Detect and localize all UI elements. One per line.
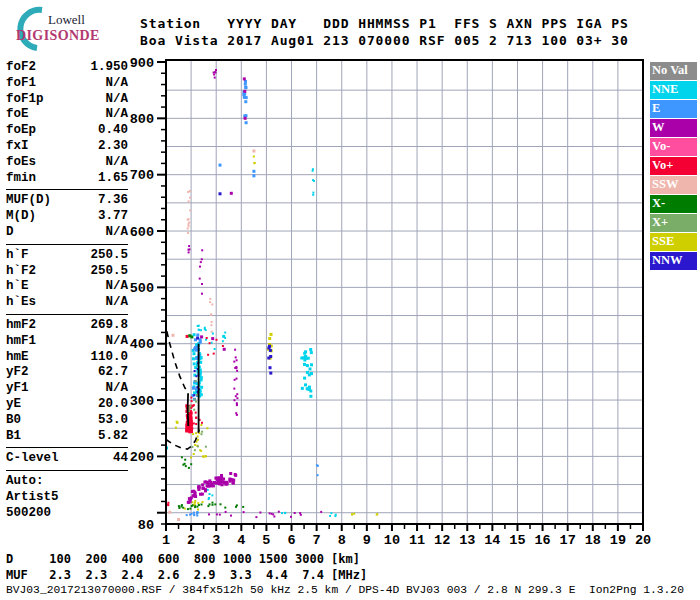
y-tick-label: 600 — [130, 225, 154, 240]
x-tick-label: 13 — [459, 533, 475, 548]
legend-item-sse: SSE — [650, 233, 697, 251]
y-tick-label: 700 — [130, 168, 154, 183]
legend-item-nnw: NNW — [650, 252, 697, 270]
echo-dots — [165, 69, 378, 521]
status-line: BVJ03_2017213070000.RSF / 384fx512h 50 k… — [6, 584, 684, 596]
ionogram-plot: 1234567891011121314151617181920900800700… — [0, 0, 700, 600]
x-tick-label: 2 — [187, 533, 195, 548]
x-tick-label: 4 — [237, 533, 245, 548]
x-tick-label: 5 — [262, 533, 270, 548]
legend-item-x: X- — [650, 195, 697, 213]
legend-label: E — [652, 101, 660, 116]
legend-label: X+ — [652, 215, 668, 230]
color-legend: No ValNNEEWVo-Vo+SSWX-X+SSENNW — [650, 62, 697, 271]
d-muf-table: D 100 200 400 600 800 1000 1500 3000 [km… — [6, 552, 367, 583]
legend-label: Vo+ — [652, 158, 673, 173]
legend-item-x: X+ — [650, 214, 697, 232]
x-tick-label: 19 — [610, 533, 626, 548]
x-tick-label: 15 — [509, 533, 525, 548]
x-tick-label: 14 — [484, 533, 500, 548]
legend-label: No Val — [652, 63, 688, 78]
x-tick-label: 17 — [560, 533, 576, 548]
y-tick-label: 80 — [138, 518, 154, 533]
plot-grid — [166, 60, 643, 524]
legend-item-ssw: SSW — [650, 176, 697, 194]
y-tick-label: 800 — [130, 112, 154, 127]
x-tick-label: 18 — [585, 533, 601, 548]
x-tick-label: 11 — [409, 533, 425, 548]
x-tick-label: 3 — [212, 533, 220, 548]
legend-label: NNW — [652, 253, 683, 268]
x-axis: 1234567891011121314151617181920 — [162, 524, 651, 548]
legend-label: Vo- — [652, 139, 670, 154]
legend-item-vo: Vo+ — [650, 157, 697, 175]
x-tick-label: 20 — [635, 533, 651, 548]
legend-label: SSE — [652, 234, 674, 249]
legend-item-w: W — [650, 119, 697, 137]
plot-border — [166, 60, 643, 524]
legend-label: X- — [652, 196, 665, 211]
x-tick-label: 9 — [363, 533, 371, 548]
legend-item-e: E — [650, 100, 697, 118]
y-tick-label: 300 — [130, 394, 154, 409]
legend-item-vo: Vo- — [650, 138, 697, 156]
legend-label: W — [652, 120, 665, 135]
legend-label: NNE — [652, 82, 678, 97]
y-tick-label: 900 — [130, 56, 154, 71]
x-tick-label: 7 — [313, 533, 321, 548]
x-tick-label: 10 — [384, 533, 400, 548]
legend-item-noval: No Val — [650, 62, 697, 80]
x-tick-label: 6 — [287, 533, 295, 548]
x-tick-label: 12 — [434, 533, 450, 548]
x-tick-label: 16 — [534, 533, 550, 548]
legend-label: SSW — [652, 177, 678, 192]
y-tick-label: 500 — [130, 281, 154, 296]
y-tick-label: 400 — [130, 337, 154, 352]
y-axis: 90080070060050040030020080 — [130, 56, 166, 533]
x-tick-label: 1 — [162, 533, 170, 548]
x-tick-label: 8 — [338, 533, 346, 548]
legend-item-nne: NNE — [650, 81, 697, 99]
y-tick-label: 200 — [130, 450, 154, 465]
